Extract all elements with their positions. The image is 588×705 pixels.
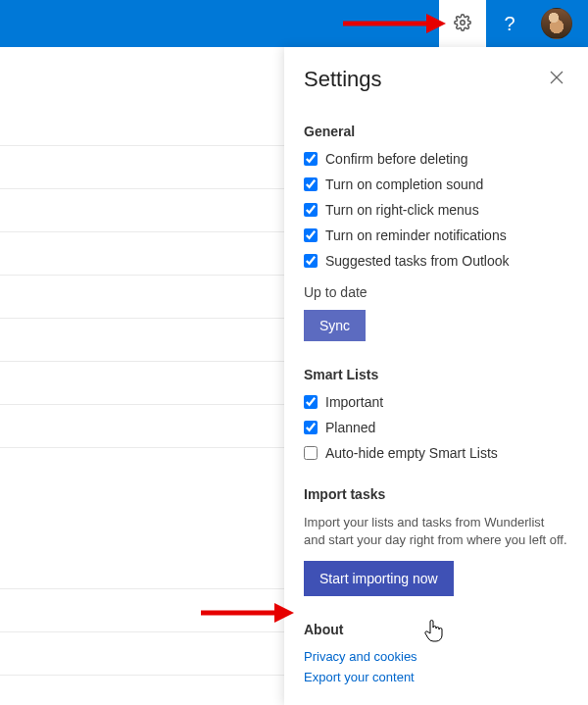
- checkbox[interactable]: [304, 446, 318, 460]
- svg-point-0: [461, 20, 466, 25]
- option-important[interactable]: Important: [304, 394, 568, 410]
- option-label: Confirm before deleting: [325, 151, 468, 167]
- annotation-arrow-import: [201, 599, 294, 627]
- section-smart-lists: Smart Lists Important Planned Auto-hide …: [304, 367, 568, 461]
- gear-icon: [454, 14, 471, 34]
- help-button[interactable]: ?: [486, 0, 533, 47]
- option-label: Important: [325, 394, 383, 410]
- panel-header: Settings: [304, 67, 568, 92]
- sync-button[interactable]: Sync: [304, 310, 366, 341]
- option-reminder-notifications[interactable]: Turn on reminder notifications: [304, 227, 568, 243]
- section-general: General Confirm before deleting Turn on …: [304, 124, 568, 341]
- checkbox[interactable]: [304, 395, 318, 409]
- checkbox[interactable]: [304, 152, 318, 166]
- option-label: Turn on reminder notifications: [325, 227, 507, 243]
- section-title-general: General: [304, 124, 568, 139]
- option-label: Planned: [325, 420, 375, 435]
- option-label: Auto-hide empty Smart Lists: [325, 445, 498, 461]
- panel-title: Settings: [304, 67, 382, 92]
- section-import-tasks: Import tasks Import your lists and tasks…: [304, 486, 568, 596]
- help-icon: ?: [504, 13, 514, 35]
- option-label: Suggested tasks from Outlook: [325, 253, 510, 269]
- settings-panel: Settings General Confirm before deleting…: [284, 47, 588, 705]
- section-title-smart-lists: Smart Lists: [304, 367, 568, 382]
- option-planned[interactable]: Planned: [304, 420, 568, 435]
- import-description: Import your lists and tasks from Wunderl…: [304, 514, 568, 549]
- option-auto-hide-empty[interactable]: Auto-hide empty Smart Lists: [304, 445, 568, 461]
- section-about: About Privacy and cookies Export your co…: [304, 622, 568, 684]
- checkbox[interactable]: [304, 254, 318, 268]
- start-importing-button[interactable]: Start importing now: [304, 561, 454, 596]
- checkbox[interactable]: [304, 177, 318, 191]
- settings-gear-button[interactable]: [439, 0, 486, 47]
- checkbox[interactable]: [304, 228, 318, 242]
- option-confirm-before-deleting[interactable]: Confirm before deleting: [304, 151, 568, 167]
- option-suggested-tasks-outlook[interactable]: Suggested tasks from Outlook: [304, 253, 568, 269]
- checkbox[interactable]: [304, 203, 318, 217]
- section-title-import: Import tasks: [304, 486, 568, 502]
- close-icon: [549, 73, 564, 88]
- close-button[interactable]: [549, 70, 568, 89]
- option-label: Turn on right-click menus: [325, 202, 479, 218]
- background-list: [0, 47, 294, 705]
- avatar: [541, 8, 572, 39]
- option-completion-sound[interactable]: Turn on completion sound: [304, 176, 568, 192]
- link-privacy-cookies[interactable]: Privacy and cookies: [304, 649, 568, 664]
- checkbox[interactable]: [304, 421, 318, 434]
- link-export-content[interactable]: Export your content: [304, 670, 568, 684]
- option-label: Turn on completion sound: [325, 176, 483, 192]
- user-menu-button[interactable]: [533, 0, 580, 47]
- option-right-click-menus[interactable]: Turn on right-click menus: [304, 202, 568, 218]
- section-title-about: About: [304, 622, 568, 637]
- sync-status: Up to date: [304, 284, 568, 300]
- header-bar: ?: [0, 0, 588, 47]
